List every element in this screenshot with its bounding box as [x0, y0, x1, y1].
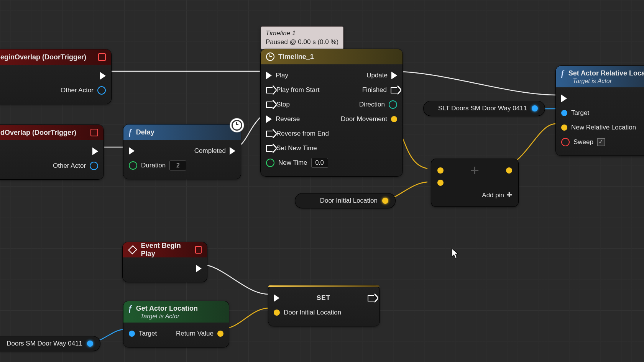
node-add-vector[interactable]: + Add pin✚ [431, 159, 518, 206]
node-title: Delay [136, 128, 154, 136]
actor-out-pin[interactable] [90, 162, 98, 170]
breakpoint-icon[interactable] [90, 129, 98, 136]
pin-label: Duration [141, 162, 166, 169]
pin-label: Update [366, 72, 388, 79]
node-header: ctorBeginOverlap (DoorTrigger) [0, 49, 111, 65]
update-pin[interactable] [391, 72, 397, 79]
variable-label: SLT Doors SM Door Way 0411 [438, 105, 527, 112]
pin-label: Play from Start [276, 86, 319, 94]
node-title: Get Actor Location [136, 305, 198, 313]
pin-label: Direction [359, 101, 385, 108]
function-icon: f [129, 128, 132, 137]
float-in-pin[interactable] [129, 161, 137, 170]
return-value-pin[interactable] [217, 331, 223, 337]
pin-label: Finished [362, 86, 387, 94]
variable-get-slt-doors[interactable]: SLT Doors SM Door Way 0411 [424, 101, 545, 116]
node-title: SET [317, 294, 330, 302]
duration-input[interactable] [169, 161, 186, 170]
vector-in-pin[interactable] [274, 310, 280, 316]
node-subtitle: Target is Actor [130, 313, 179, 320]
vector-out-pin[interactable] [506, 167, 512, 174]
node-title: ctorBeginOverlap (DoorTrigger) [0, 53, 86, 61]
node-title: Set Actor Relative Locat [568, 69, 644, 77]
node-set-actor-relative-location[interactable]: fSet Actor Relative Locat Target is Acto… [556, 66, 644, 156]
sweep-checkbox[interactable] [597, 138, 605, 146]
node-header: Event Begin Play [123, 242, 207, 257]
node-get-actor-location[interactable]: fGet Actor Location Target is Actor Targ… [123, 301, 229, 347]
exec-out-pin[interactable] [196, 265, 202, 272]
pin-label: Sweep [573, 138, 593, 146]
node-title: Event Begin Play [141, 242, 187, 258]
exec-out-pin[interactable] [100, 72, 106, 80]
exec-out-pin[interactable] [92, 147, 98, 155]
node-delay[interactable]: f Delay Completed Duration [123, 124, 241, 179]
node-header: ctorEndOverlap (DoorTrigger) [0, 125, 104, 140]
node-set-variable[interactable]: SET Door Initial Location [268, 285, 380, 326]
timeline-icon [266, 52, 274, 61]
variable-get-slt-doors-bottom[interactable]: Doors SM Door Way 0411 [0, 336, 100, 351]
door-movement-pin[interactable] [391, 116, 397, 122]
finished-pin[interactable] [391, 87, 397, 93]
node-title: ctorEndOverlap (DoorTrigger) [0, 129, 76, 137]
target-pin[interactable] [129, 331, 135, 337]
variable-label: Doors SM Door Way 0411 [7, 340, 82, 347]
pin-label: Return Value [176, 330, 214, 337]
pin-label: Target [139, 330, 157, 337]
variable-label: Door Initial Location [320, 197, 378, 205]
node-header: fSet Actor Relative Locat Target is Acto… [556, 66, 644, 87]
pin-label: Other Actor [53, 162, 86, 170]
pin-label: Play [276, 72, 288, 79]
vector-in-pin-b[interactable] [437, 180, 444, 186]
object-out-pin[interactable] [532, 105, 538, 111]
pin-label: Other Actor [61, 87, 94, 94]
reverse-pin[interactable] [266, 115, 272, 123]
sweep-pin[interactable] [561, 138, 570, 146]
node-header[interactable]: Timeline_1 [261, 49, 402, 64]
play-pin[interactable] [266, 72, 272, 79]
exec-out-pin[interactable] [368, 295, 374, 301]
stop-pin[interactable] [266, 102, 273, 108]
breakpoint-icon[interactable] [195, 246, 202, 254]
reverse-from-end-pin[interactable] [266, 131, 273, 137]
node-event-begin-play[interactable]: Event Begin Play [123, 242, 207, 282]
tooltip-title: Timeline 1 [266, 29, 296, 37]
set-new-time-pin[interactable] [266, 145, 273, 152]
node-header: f Delay [123, 124, 241, 140]
actor-out-pin[interactable] [97, 86, 106, 95]
pin-label: Door Initial Location [284, 309, 341, 316]
plus-icon: + [470, 167, 479, 174]
tooltip-status: Paused @ 0.00 s (0.0 %) [266, 38, 338, 46]
pin-label: Target [571, 109, 589, 117]
breakpoint-icon[interactable] [98, 53, 106, 61]
exec-in-pin[interactable] [129, 147, 135, 155]
object-out-pin[interactable] [87, 341, 93, 347]
new-time-input[interactable] [311, 158, 328, 168]
direction-pin[interactable] [389, 100, 397, 109]
exec-in-pin[interactable] [561, 95, 567, 102]
pin-label: Set New Time [276, 144, 317, 152]
pin-label: Reverse [276, 115, 300, 123]
latent-clock-icon [230, 118, 244, 132]
exec-out-pin[interactable] [230, 147, 235, 155]
mouse-cursor [452, 248, 459, 259]
node-begin-overlap[interactable]: ctorBeginOverlap (DoorTrigger) Other Act… [0, 49, 111, 104]
event-icon [128, 245, 137, 254]
new-relative-location-pin[interactable] [561, 124, 567, 131]
play-from-start-pin[interactable] [266, 87, 273, 93]
pin-label: Stop [276, 101, 290, 108]
pin-label: Completed [194, 147, 226, 155]
node-timeline[interactable]: Timeline_1 Play Update Play from Start F… [261, 49, 402, 176]
target-pin[interactable] [561, 110, 567, 116]
timeline-tooltip: Timeline 1 Paused @ 0.00 s (0.0 %) [261, 26, 343, 49]
pin-label: New Relative Location [571, 124, 636, 131]
new-time-pin[interactable] [266, 159, 274, 167]
node-header: fGet Actor Location Target is Actor [123, 301, 229, 323]
plus-small-icon: ✚ [506, 191, 512, 199]
variable-get-door-initial-location[interactable]: Door Initial Location [295, 193, 395, 208]
add-pin-button[interactable]: Add pin✚ [482, 191, 512, 199]
function-icon: f [561, 69, 565, 78]
vector-in-pin-a[interactable] [437, 167, 444, 174]
node-end-overlap[interactable]: ctorEndOverlap (DoorTrigger) Other Actor [0, 125, 104, 179]
exec-in-pin[interactable] [274, 294, 279, 302]
vector-out-pin[interactable] [382, 198, 388, 204]
